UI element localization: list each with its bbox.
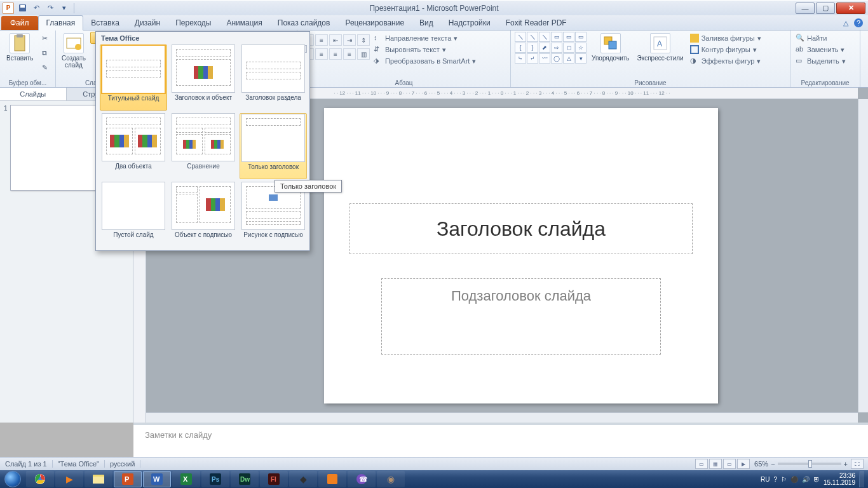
dec-indent-icon[interactable]: ⇤ (329, 34, 342, 46)
layout-title-content[interactable]: Заголовок и объект (170, 44, 237, 111)
shape-more-icon[interactable]: ▾ (575, 53, 587, 64)
taskbar-excel[interactable]: X (172, 471, 200, 487)
slide-canvas[interactable]: Заголовок слайда Подзаголовок слайда (324, 108, 718, 403)
view-reading-icon[interactable]: ▭ (723, 459, 736, 469)
tray-shield-icon[interactable]: ⛨ (813, 476, 820, 483)
layout-blank[interactable]: Пустой слайд (100, 182, 167, 245)
shape-star-icon[interactable]: ☆ (575, 43, 587, 53)
shape-brace-icon[interactable]: { (515, 43, 526, 53)
start-button[interactable] (0, 470, 25, 488)
tab-slideshow[interactable]: Показ слайдов (270, 16, 338, 30)
minimize-button[interactable]: — (796, 3, 815, 14)
shape-brace2-icon[interactable]: } (527, 43, 538, 53)
save-icon[interactable] (17, 3, 28, 14)
inc-indent-icon[interactable]: ⇥ (343, 34, 356, 46)
align-center-icon[interactable]: ≡ (315, 48, 328, 60)
shape-line3-icon[interactable]: ＼ (539, 32, 550, 42)
tab-animation[interactable]: Анимация (219, 16, 269, 30)
shape-oval-icon[interactable]: ◯ (551, 53, 562, 64)
taskbar-viber[interactable]: ☎ (348, 471, 376, 487)
tab-design[interactable]: Дизайн (127, 16, 168, 30)
help-icon[interactable]: ? (854, 18, 863, 27)
minimize-ribbon-icon[interactable]: △ (841, 18, 850, 27)
layout-title-slide[interactable]: Титульный слайд (100, 44, 167, 111)
show-desktop-button[interactable] (859, 471, 864, 487)
shape-rect2-icon[interactable]: ▭ (563, 32, 574, 42)
taskbar-powerpoint[interactable]: P (114, 471, 142, 487)
taskbar-inkscape[interactable]: ◆ (289, 471, 317, 487)
taskbar-flash[interactable]: Fl (260, 471, 288, 487)
shape-curve-icon[interactable]: 〰 (539, 53, 550, 64)
find-button[interactable]: 🔍Найти (794, 33, 847, 43)
subtitle-placeholder[interactable]: Подзаголовок слайда (381, 278, 661, 355)
new-slide-button[interactable]: Создать слайд (60, 32, 88, 70)
taskbar-mediaplayer[interactable]: ▶ (55, 471, 83, 487)
tab-addins[interactable]: Надстройки (441, 16, 498, 30)
select-button[interactable]: ▭Выделить ▾ (794, 56, 847, 66)
qat-customize-icon[interactable]: ▾ (58, 3, 70, 14)
shape-effects-button[interactable]: ◑Эффекты фигур ▾ (689, 56, 763, 66)
zoom-in-icon[interactable]: + (844, 460, 848, 468)
format-painter-icon[interactable]: ✎ (38, 61, 51, 74)
text-direction-button[interactable]: ↕Направление текста ▾ (372, 33, 477, 43)
numbering-icon[interactable]: ≡ (315, 34, 328, 46)
zoom-out-icon[interactable]: − (771, 460, 775, 468)
shape-line-icon[interactable]: ＼ (515, 32, 526, 42)
view-normal-icon[interactable]: ▭ (695, 459, 708, 469)
taskbar-photoshop[interactable]: Ps (201, 471, 229, 487)
cut-icon[interactable]: ✂ (38, 32, 51, 44)
layout-section-header[interactable]: Заголовок раздела (240, 44, 307, 111)
nav-tab-slides[interactable]: Слайды (0, 88, 67, 100)
arrange-button[interactable]: Упорядочить (589, 32, 632, 63)
vertical-scrollbar[interactable] (858, 99, 868, 412)
copy-icon[interactable]: ⧉ (38, 46, 51, 59)
layout-title-only[interactable]: Только заголовок (240, 113, 307, 179)
shape-gallery[interactable]: ＼＼＼▭▭▭ {}⬈⇨◻☆ ⤷⤶〰◯△▾ (515, 32, 587, 64)
taskbar-dreamweaver[interactable]: Dw (231, 471, 259, 487)
shape-arrow-icon[interactable]: ⬈ (539, 43, 550, 53)
view-sorter-icon[interactable]: ▦ (709, 459, 722, 469)
justify-icon[interactable]: ≡ (343, 48, 356, 60)
shape-tri-icon[interactable]: △ (563, 53, 574, 64)
tab-insert[interactable]: Вставка (83, 16, 127, 30)
line-spacing-icon[interactable]: ⇕ (357, 34, 370, 46)
shape-callout-icon[interactable]: ◻ (563, 43, 574, 53)
shape-fill-button[interactable]: Заливка фигуры ▾ (689, 33, 763, 43)
quick-styles-button[interactable]: A Экспресс-стили (635, 32, 686, 63)
shape-outline-button[interactable]: Контур фигуры ▾ (689, 44, 763, 55)
tab-foxit[interactable]: Foxit Reader PDF (498, 16, 574, 30)
undo-icon[interactable]: ↶ (31, 3, 42, 14)
taskbar-chrome[interactable] (26, 471, 54, 487)
close-button[interactable]: ✕ (836, 3, 865, 14)
layout-content-caption[interactable]: Объект с подписью (170, 182, 237, 245)
align-text-button[interactable]: ⇵Выровнять текст ▾ (372, 44, 477, 55)
tab-transitions[interactable]: Переходы (168, 16, 219, 30)
to-smartart-button[interactable]: ⬗Преобразовать в SmartArt ▾ (372, 56, 477, 66)
tray-lang[interactable]: RU (761, 476, 770, 483)
replace-button[interactable]: abЗаменить ▾ (794, 44, 847, 55)
view-slideshow-icon[interactable]: ▶ (737, 459, 750, 469)
shape-arrow2-icon[interactable]: ⇨ (551, 43, 562, 53)
shape-conn-icon[interactable]: ⤷ (515, 53, 526, 64)
zoom-slider[interactable] (778, 463, 841, 465)
horizontal-scrollbar[interactable] (146, 412, 858, 423)
align-right-icon[interactable]: ≡ (329, 48, 342, 60)
taskbar-word[interactable]: W (143, 471, 171, 487)
columns-icon[interactable]: ▥ (357, 48, 370, 60)
layout-two-content[interactable]: Два объекта (100, 113, 167, 179)
taskbar-explorer[interactable] (85, 471, 112, 487)
maximize-button[interactable]: ▢ (816, 3, 835, 14)
taskbar-app-orange[interactable] (318, 471, 346, 487)
tray-volume-icon[interactable]: 🔊 (802, 476, 810, 483)
zoom-value[interactable]: 65% (754, 460, 768, 468)
tray-network-icon[interactable]: ⚫ (790, 476, 798, 483)
title-placeholder[interactable]: Заголовок слайда (349, 203, 693, 254)
tray-clock[interactable]: 23:36 15.11.2019 (824, 472, 855, 486)
tab-view[interactable]: Вид (412, 16, 441, 30)
tab-review[interactable]: Рецензирование (337, 16, 412, 30)
layout-comparison[interactable]: Сравнение (170, 113, 237, 179)
file-tab[interactable]: Файл (1, 16, 38, 30)
shape-rect-icon[interactable]: ▭ (551, 32, 562, 42)
shape-rect3-icon[interactable]: ▭ (575, 32, 587, 42)
taskbar-gimp[interactable]: ◉ (377, 471, 405, 487)
